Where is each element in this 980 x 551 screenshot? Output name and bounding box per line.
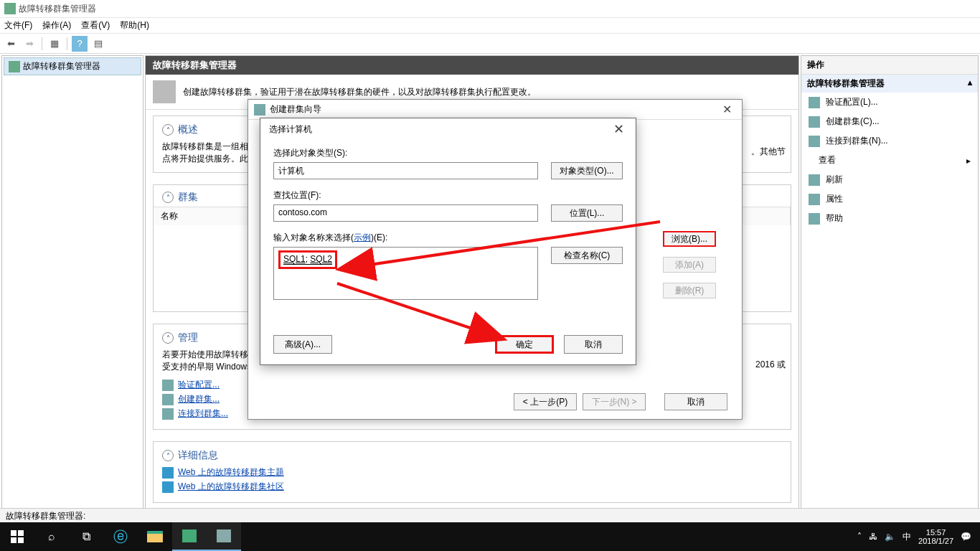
manage-link-create[interactable]: 创建群集... — [178, 393, 220, 405]
tree-pane: 故障转移群集管理器 — [1, 55, 143, 521]
example-link[interactable]: 示例 — [354, 232, 371, 242]
overview-title: 概述 — [178, 123, 198, 136]
actions-pane-title: 操作 — [801, 56, 978, 75]
taskbar-app-ie[interactable]: ⓔ — [103, 522, 138, 551]
wizard-back-button[interactable]: < 上一步(P) — [514, 393, 577, 410]
check-names-button[interactable]: 检查名称(C) — [551, 247, 623, 264]
manage-tail-text: 2016 或 — [755, 359, 786, 371]
wizard-remove-button: 删除(R) — [663, 283, 716, 298]
taskbar-app-explorer[interactable] — [138, 522, 172, 551]
chevron-up-icon[interactable]: ˄ — [162, 192, 174, 203]
mmc-menu-bar: 文件(F) 操作(A) 查看(V) 帮助(H) — [0, 18, 980, 34]
action-refresh[interactable]: 刷新 — [801, 170, 978, 189]
location-button[interactable]: 位置(L)... — [551, 204, 623, 222]
taskbar-app-failover-cluster[interactable] — [207, 522, 241, 551]
manage-link-validate[interactable]: 验证配置... — [178, 379, 220, 391]
manage-link-connect[interactable]: 连接到群集... — [178, 408, 228, 420]
cancel-button[interactable]: 取消 — [564, 335, 623, 354]
object-names-highlight: SQL1; SQL2 — [278, 250, 337, 269]
banner-icon — [153, 80, 176, 103]
actions-group-title: 故障转移群集管理器▴ — [801, 75, 978, 93]
mmc-titlebar: 故障转移群集管理器 — [0, 0, 980, 18]
chevron-up-icon[interactable]: ˄ — [162, 124, 174, 136]
object-names-input[interactable]: SQL1; SQL2 — [273, 247, 538, 300]
label-location: 查找位置(F): — [273, 189, 623, 202]
connect-cluster-icon — [809, 136, 820, 147]
connect-cluster-icon — [162, 408, 174, 420]
chevron-up-icon[interactable]: ˄ — [162, 332, 174, 344]
tray-ime-indicator[interactable]: 中 — [903, 531, 911, 543]
chevron-up-icon[interactable]: ˄ — [162, 450, 174, 461]
tray-clock[interactable]: 15:57 2018/1/27 — [918, 528, 953, 545]
task-view-button[interactable]: ⧉ — [69, 522, 103, 551]
object-type-button[interactable]: 对象类型(O)... — [551, 162, 623, 179]
menu-help[interactable]: 帮助(H) — [120, 19, 149, 32]
menu-view[interactable]: 查看(V) — [81, 19, 110, 32]
details-section: ˄ 详细信息 Web 上的故障转移群集主题 Web 上的故障转移群集社区 — [153, 441, 791, 503]
details-link-topics[interactable]: Web 上的故障转移群集主题 — [178, 466, 284, 479]
tray-action-center-icon[interactable]: 💬 — [961, 532, 971, 542]
banner-text: 创建故障转移群集，验证用于潜在故障转移群集的硬件，以及对故障转移群集执行配置更改… — [183, 86, 536, 98]
wizard-next-button: 下一步(N) > — [583, 393, 646, 410]
web-icon — [162, 467, 174, 479]
toolbar-show-hide-tree-button[interactable]: ▦ — [47, 36, 62, 52]
manage-title: 管理 — [178, 331, 198, 344]
validate-icon — [162, 380, 174, 391]
action-help[interactable]: 帮助 — [801, 209, 978, 228]
toolbar-forward-button[interactable]: ➡ — [22, 36, 37, 52]
tray-up-icon[interactable]: ˄ — [857, 532, 862, 542]
details-link-community[interactable]: Web 上的故障转移群集社区 — [178, 481, 284, 493]
center-header: 故障转移群集管理器 — [146, 56, 798, 75]
action-view[interactable]: 查看▸ — [801, 151, 978, 170]
toolbar-back-button[interactable]: ⬅ — [3, 36, 19, 52]
web-icon — [162, 481, 174, 493]
start-button[interactable] — [0, 522, 34, 551]
dialog-close-button[interactable]: ✕ — [611, 121, 627, 137]
toolbar-properties-button[interactable]: ▤ — [90, 36, 106, 52]
tray-network-icon[interactable]: 🖧 — [869, 532, 877, 542]
tree-root-label: 故障转移群集管理器 — [23, 60, 100, 72]
menu-file[interactable]: 文件(F) — [4, 19, 32, 32]
wizard-close-button[interactable]: ✕ — [718, 103, 736, 116]
wizard-icon — [254, 104, 265, 116]
properties-icon — [809, 194, 820, 205]
menu-action[interactable]: 操作(A) — [42, 19, 71, 32]
taskbar: ⌕ ⧉ ⓔ ˄ 🖧 🔈 中 15:57 2018/1/27 💬 — [0, 522, 980, 551]
mmc-title-text: 故障转移群集管理器 — [19, 3, 96, 15]
collapse-icon[interactable]: ▴ — [968, 77, 972, 90]
action-connect-cluster[interactable]: 连接到群集(N)... — [801, 131, 978, 151]
taskbar-app-server-manager[interactable] — [172, 522, 207, 551]
action-properties[interactable]: 属性 — [801, 189, 978, 209]
help-icon — [809, 213, 820, 225]
create-cluster-icon — [162, 394, 174, 405]
object-type-field: 计算机 — [273, 162, 538, 179]
wizard-browse-button[interactable]: 浏览(B)... — [663, 231, 716, 247]
label-object-names: 输入对象名称来选择(示例)(E): — [273, 232, 623, 244]
toolbar-help-button[interactable]: ? — [72, 36, 88, 52]
dialog-title: 选择计算机 — [269, 123, 312, 136]
refresh-icon — [809, 174, 820, 186]
location-field: contoso.com — [273, 204, 538, 222]
create-cluster-icon — [809, 116, 820, 128]
mmc-toolbar: ⬅ ➡ ▦ ? ▤ — [0, 34, 980, 54]
advanced-button[interactable]: 高级(A)... — [273, 335, 332, 354]
overview-tail-text: 。其他节 — [751, 146, 786, 158]
details-title: 详细信息 — [178, 449, 218, 462]
actions-pane: 操作 故障转移群集管理器▴ 验证配置(L)... 创建群集(C)... 连接到群… — [801, 55, 979, 521]
app-icon — [4, 3, 16, 14]
taskbar-search-button[interactable]: ⌕ — [34, 522, 69, 551]
wizard-title-text: 创建群集向导 — [270, 103, 321, 116]
validate-icon — [809, 97, 820, 108]
action-validate[interactable]: 验证配置(L)... — [801, 93, 978, 112]
cluster-manager-icon — [9, 61, 20, 72]
wizard-cancel-button[interactable]: 取消 — [664, 393, 727, 410]
wizard-add-button: 添加(A) — [663, 257, 716, 273]
clusters-title: 群集 — [178, 191, 198, 204]
ok-button[interactable]: 确定 — [495, 335, 554, 354]
label-object-type: 选择此对象类型(S): — [273, 147, 623, 159]
select-computer-dialog: 选择计算机 ✕ 选择此对象类型(S): 计算机 对象类型(O)... 查找位置(… — [260, 118, 636, 365]
tree-root-item[interactable]: 故障转移群集管理器 — [4, 57, 141, 75]
action-create-cluster[interactable]: 创建群集(C)... — [801, 112, 978, 131]
mmc-status-bar: 故障转移群集管理器: — [0, 508, 980, 522]
tray-volume-icon[interactable]: 🔈 — [885, 532, 895, 542]
